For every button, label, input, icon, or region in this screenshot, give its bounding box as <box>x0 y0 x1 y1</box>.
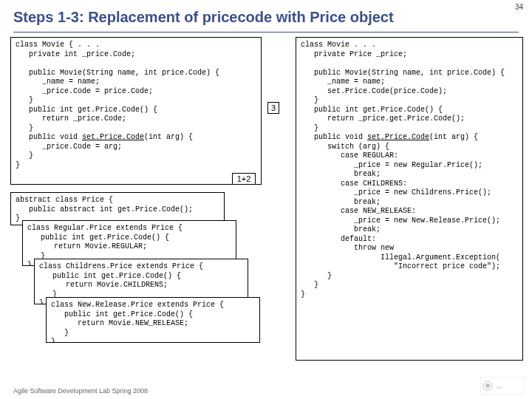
svg-point-2 <box>485 383 490 388</box>
title-underline <box>13 32 519 33</box>
code-after: class Movie . . . private Price _price; … <box>296 37 523 361</box>
step-badge-1-2: 1+2 <box>232 173 256 185</box>
step-badge-3: 3 <box>267 102 279 114</box>
footer-text: Agile Software Development Lab Spring 20… <box>13 387 148 395</box>
content-area: class Movie { . . . private int _price.C… <box>0 37 532 384</box>
code-newrelease-price: class New.Release.Price extends Price { … <box>46 297 260 343</box>
page-number: 34 <box>515 3 523 11</box>
svg-text:uni: uni <box>497 385 502 389</box>
logo: uni <box>480 377 525 395</box>
slide-title: Steps 1-3: Replacement of pricecode with… <box>0 0 532 32</box>
code-before: class Movie { . . . private int _price.C… <box>10 37 262 185</box>
